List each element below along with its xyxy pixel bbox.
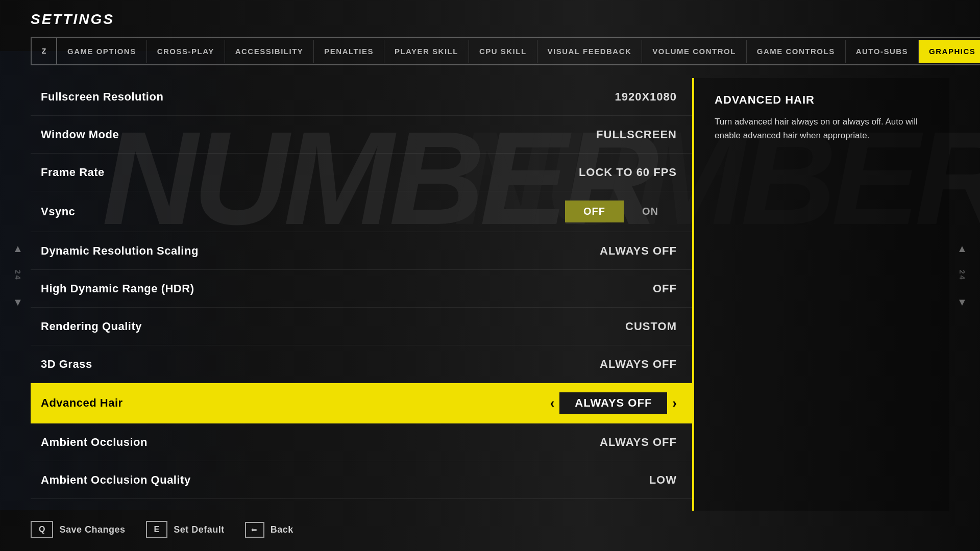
nav-bracket-left: Z	[32, 38, 57, 64]
advanced-hair-next-arrow[interactable]: ›	[672, 395, 677, 411]
sidebar-item-game-controls[interactable]: GAME CONTROLS	[747, 40, 846, 63]
sidebar-item-volume-control[interactable]: VOLUME CONTROL	[642, 40, 747, 63]
sidebar-item-penalties[interactable]: PENALTIES	[314, 40, 384, 63]
setting-row-fullscreen-resolution[interactable]: Fullscreen Resolution 1920X1080	[31, 78, 692, 116]
default-key: E	[146, 521, 168, 538]
setting-row-advanced-hair[interactable]: Advanced Hair ‹ ALWAYS OFF ›	[31, 383, 692, 423]
setting-name-ambient-occlusion-quality: Ambient Occlusion Quality	[41, 473, 191, 487]
setting-value-frame-rate: LOCK TO 60 FPS	[579, 166, 677, 179]
setting-row-dynamic-resolution[interactable]: Dynamic Resolution Scaling ALWAYS OFF	[31, 232, 692, 270]
sidebar-item-game-options[interactable]: GAME OPTIONS	[57, 40, 147, 63]
setting-name-ambient-occlusion: Ambient Occlusion	[41, 436, 148, 449]
back-button[interactable]: ⇐ Back	[245, 522, 293, 538]
footer: Q Save Changes E Set Default ⇐ Back	[31, 511, 949, 551]
left-side-decoration: ▲ 24 ▼	[5, 0, 31, 551]
setting-row-3d-grass[interactable]: 3D Grass ALWAYS OFF	[31, 345, 692, 383]
navigation-bar: Z GAME OPTIONS CROSS-PLAY ACCESSIBILITY …	[31, 37, 980, 65]
sidebar-item-auto-subs[interactable]: AUTO-SUBS	[846, 40, 919, 63]
setting-row-window-mode[interactable]: Window Mode FULLSCREEN	[31, 116, 692, 154]
setting-value-3d-grass: ALWAYS OFF	[600, 358, 677, 371]
setting-row-vsync[interactable]: Vsync OFF ON	[31, 191, 692, 232]
sidebar-item-cross-play[interactable]: CROSS-PLAY	[147, 40, 225, 63]
page-title: SETTINGS	[31, 11, 949, 28]
info-panel-text: Turn advanced hair always on or always o…	[715, 115, 929, 142]
setting-row-hdr[interactable]: High Dynamic Range (HDR) OFF	[31, 270, 692, 308]
main-content: SETTINGS Z GAME OPTIONS CROSS-PLAY ACCES…	[0, 0, 980, 551]
setting-value-fullscreen-resolution: 1920X1080	[615, 90, 677, 104]
setting-value-rendering-quality: CUSTOM	[625, 320, 677, 333]
setting-value-advanced-hair: ALWAYS OFF	[559, 392, 667, 414]
setting-row-rendering-quality[interactable]: Rendering Quality CUSTOM	[31, 308, 692, 345]
setting-name-frame-rate: Frame Rate	[41, 166, 105, 179]
advanced-hair-prev-arrow[interactable]: ‹	[550, 395, 555, 411]
vsync-off-button[interactable]: OFF	[565, 201, 624, 222]
sidebar-item-cpu-skill[interactable]: CPU SKILL	[469, 40, 537, 63]
setting-name-fullscreen-resolution: Fullscreen Resolution	[41, 90, 163, 104]
setting-name-dynamic-resolution: Dynamic Resolution Scaling	[41, 244, 199, 258]
right-arrow-up: ▲	[957, 243, 967, 255]
setting-name-advanced-hair: Advanced Hair	[41, 396, 123, 410]
settings-list: Fullscreen Resolution 1920X1080 Window M…	[31, 78, 694, 511]
setting-value-ambient-occlusion-quality: LOW	[649, 473, 677, 487]
setting-row-ambient-occlusion-quality[interactable]: Ambient Occlusion Quality LOW	[31, 461, 692, 499]
left-side-label: 24	[14, 270, 22, 281]
right-arrow-down: ▼	[957, 296, 967, 308]
set-default-button[interactable]: E Set Default	[146, 521, 225, 538]
left-arrow-up: ▲	[13, 243, 23, 255]
setting-row-frame-rate[interactable]: Frame Rate LOCK TO 60 FPS	[31, 154, 692, 191]
right-side-decoration: ▲ 24 ▼	[949, 0, 975, 551]
sidebar-item-visual-feedback[interactable]: VISUAL FEEDBACK	[537, 40, 643, 63]
setting-name-window-mode: Window Mode	[41, 128, 119, 141]
setting-name-3d-grass: 3D Grass	[41, 358, 92, 371]
save-label: Save Changes	[59, 524, 125, 535]
default-label: Set Default	[174, 524, 225, 535]
setting-name-hdr: High Dynamic Range (HDR)	[41, 282, 194, 295]
setting-value-window-mode: FULLSCREEN	[596, 128, 677, 141]
right-side-label: 24	[958, 270, 966, 281]
back-key: ⇐	[245, 522, 264, 538]
save-key: Q	[31, 521, 53, 538]
left-arrow-down: ▼	[13, 296, 23, 308]
sidebar-item-player-skill[interactable]: PLAYER SKILL	[384, 40, 469, 63]
vsync-toggle-group: OFF ON	[565, 201, 677, 222]
settings-area: Fullscreen Resolution 1920X1080 Window M…	[31, 78, 949, 511]
back-label: Back	[271, 524, 293, 535]
setting-name-rendering-quality: Rendering Quality	[41, 320, 142, 333]
info-panel-title: ADVANCED HAIR	[715, 93, 929, 107]
setting-name-vsync: Vsync	[41, 205, 75, 218]
info-panel: ADVANCED HAIR Turn advanced hair always …	[694, 78, 949, 511]
setting-value-ambient-occlusion: ALWAYS OFF	[600, 436, 677, 449]
advanced-hair-value-area: ‹ ALWAYS OFF ›	[550, 392, 677, 414]
save-changes-button[interactable]: Q Save Changes	[31, 521, 126, 538]
setting-value-dynamic-resolution: ALWAYS OFF	[600, 244, 677, 258]
header: SETTINGS Z GAME OPTIONS CROSS-PLAY ACCES…	[31, 0, 949, 65]
sidebar-item-accessibility[interactable]: ACCESSIBILITY	[225, 40, 314, 63]
setting-value-hdr: OFF	[653, 282, 677, 295]
setting-row-ambient-occlusion[interactable]: Ambient Occlusion ALWAYS OFF	[31, 423, 692, 461]
vsync-on-button[interactable]: ON	[624, 201, 677, 222]
